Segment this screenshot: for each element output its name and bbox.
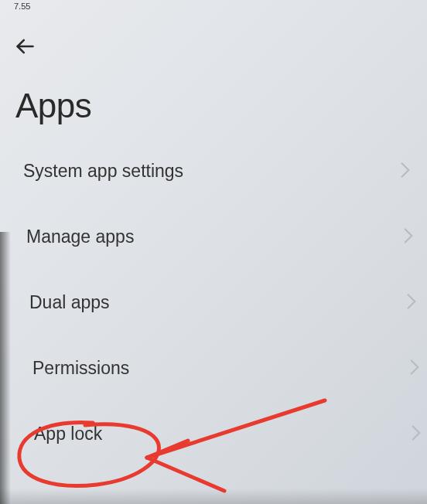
list-item-system-app-settings[interactable]: System app settings [2,139,427,203]
list-item-app-lock[interactable]: App lock [12,402,427,466]
list-item-manage-apps[interactable]: Manage apps [5,205,427,269]
photo-bottom-shadow [0,489,427,504]
photo-edge-shadow [0,232,11,504]
chevron-right-icon [407,294,416,312]
back-button[interactable] [14,31,36,65]
list-item-dual-apps[interactable]: Dual apps [8,271,427,335]
header [0,12,427,65]
chevron-right-icon [401,162,410,181]
settings-list: System app settings Manage apps Dual app… [0,139,427,460]
item-label: Manage apps [26,226,134,247]
chevron-right-icon [412,425,421,444]
item-label: Dual apps [29,292,110,313]
list-item-permissions[interactable]: Permissions [11,336,427,400]
status-time: 7.55 [14,2,30,11]
chevron-right-icon [410,359,419,378]
chevron-right-icon [404,228,413,247]
item-label: Permissions [32,358,129,379]
item-label: System app settings [23,161,183,182]
item-label: App lock [34,424,102,444]
page-title: Apps [0,65,427,139]
status-bar: 7.55 [0,0,427,12]
back-arrow-icon [14,46,36,60]
